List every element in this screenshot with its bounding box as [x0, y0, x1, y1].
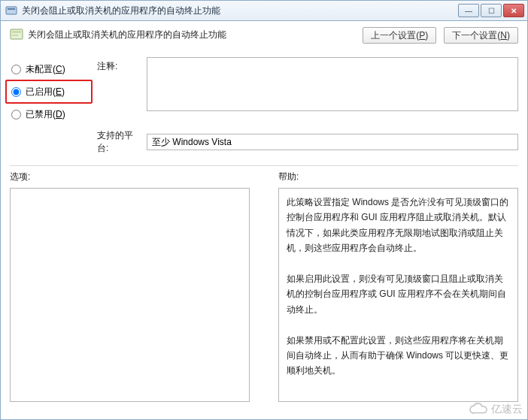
window-controls: — ☐ ✕	[458, 4, 524, 17]
radio-disabled[interactable]: 已禁用(D)	[10, 104, 93, 125]
policy-title: 关闭会阻止或取消关机的应用程序的自动终止功能	[28, 27, 363, 41]
comment-label: 注释:	[97, 53, 142, 73]
content-area: 关闭会阻止或取消关机的应用程序的自动终止功能 上一个设置(P) 下一个设置(N)…	[0, 21, 528, 420]
svg-rect-0	[6, 7, 17, 14]
app-icon	[5, 5, 17, 17]
help-section: 帮助: 此策略设置指定 Windows 是否允许没有可见顶级窗口的控制台应用程序…	[278, 171, 518, 411]
platform-label: 支持的平台:	[97, 129, 142, 155]
radio-enabled[interactable]: 已启用(E)	[10, 81, 88, 102]
radio-disabled-input[interactable]	[11, 110, 21, 119]
policy-icon	[10, 28, 23, 41]
help-label: 帮助:	[278, 171, 518, 183]
maximize-button[interactable]: ☐	[481, 4, 502, 17]
comment-textarea[interactable]	[147, 57, 518, 111]
radio-group: 未配置(C) 已启用(E) 已禁用(D)	[10, 53, 93, 125]
next-setting-button[interactable]: 下一个设置(N)	[444, 27, 518, 44]
radio-enabled-highlight: 已启用(E)	[5, 80, 93, 104]
options-label: 选项:	[10, 171, 250, 183]
radio-enabled-input[interactable]	[11, 87, 21, 97]
titlebar: 关闭会阻止或取消关机的应用程序的自动终止功能 — ☐ ✕	[0, 0, 528, 21]
radio-not-configured-input[interactable]	[11, 65, 21, 74]
svg-rect-4	[12, 35, 18, 36]
svg-rect-1	[8, 8, 15, 10]
svg-rect-3	[12, 31, 21, 33]
platform-field	[147, 134, 518, 150]
options-section: 选项:	[10, 171, 250, 411]
svg-rect-2	[11, 29, 23, 39]
options-box[interactable]	[10, 188, 250, 402]
help-textbox[interactable]: 此策略设置指定 Windows 是否允许没有可见顶级窗口的控制台应用程序和 GU…	[278, 188, 518, 402]
divider	[10, 165, 518, 166]
radio-not-configured[interactable]: 未配置(C)	[10, 59, 93, 80]
previous-setting-button[interactable]: 上一个设置(P)	[363, 27, 436, 44]
minimize-button[interactable]: —	[458, 4, 479, 17]
window-title: 关闭会阻止或取消关机的应用程序的自动终止功能	[22, 5, 458, 17]
close-button[interactable]: ✕	[503, 4, 524, 17]
